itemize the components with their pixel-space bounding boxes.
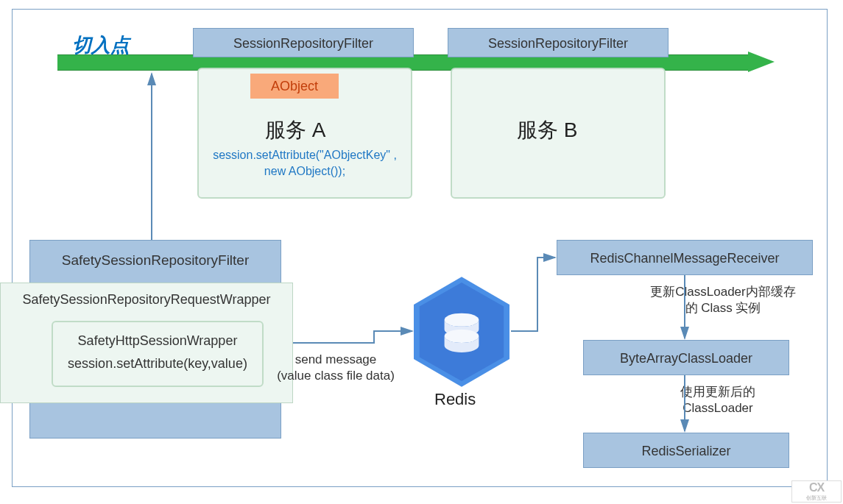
- watermark: CX 创新互联: [791, 480, 842, 503]
- service-b-title: 服务 B: [517, 116, 577, 144]
- use-updated-classloader-text: 使用更新后的ClassLoader: [655, 384, 780, 416]
- byte-array-classloader: ByteArrayClassLoader: [583, 340, 789, 375]
- inner-title: SafetyHttpSessionWrapper: [53, 330, 262, 352]
- redis-serializer: RedisSerializer: [583, 433, 789, 468]
- flow-arrow-head: [748, 52, 775, 72]
- inner-code: session.setAttribute(key,value): [53, 352, 262, 375]
- send-message-label: send message (value class file data): [277, 352, 395, 384]
- watermark-logo: CX: [809, 481, 824, 494]
- aobject-tag: AObject: [250, 74, 339, 99]
- safety-http-session-wrapper: SafetyHttpSessionWrapper session.setAttr…: [52, 321, 264, 387]
- session-repository-filter-b: SessionRepositoryFilter: [448, 28, 669, 57]
- watermark-text1: 创新互联: [806, 494, 827, 502]
- svg-point-2: [445, 313, 479, 327]
- session-repository-filter-a: SessionRepositoryFilter: [193, 28, 414, 57]
- update-classloader-text: 更新ClassLoader内部缓存的 Class 实例: [645, 284, 801, 316]
- wrapper-title: SafetySessionRepositoryRequestWrapper: [1, 292, 292, 308]
- safety-filter-title: SafetySessionRepositoryFilter: [30, 241, 281, 280]
- redis-icon: [414, 277, 509, 387]
- svg-point-3: [445, 330, 479, 343]
- redis-label: Redis: [434, 390, 476, 409]
- service-a-title: 服务 A: [265, 116, 325, 144]
- entry-point-label: 切入点: [72, 32, 130, 58]
- redis-channel-message-receiver: RedisChannelMessageReceiver: [557, 240, 813, 275]
- service-a-code: session.setAttribute("AObjectKey" , new …: [209, 147, 401, 179]
